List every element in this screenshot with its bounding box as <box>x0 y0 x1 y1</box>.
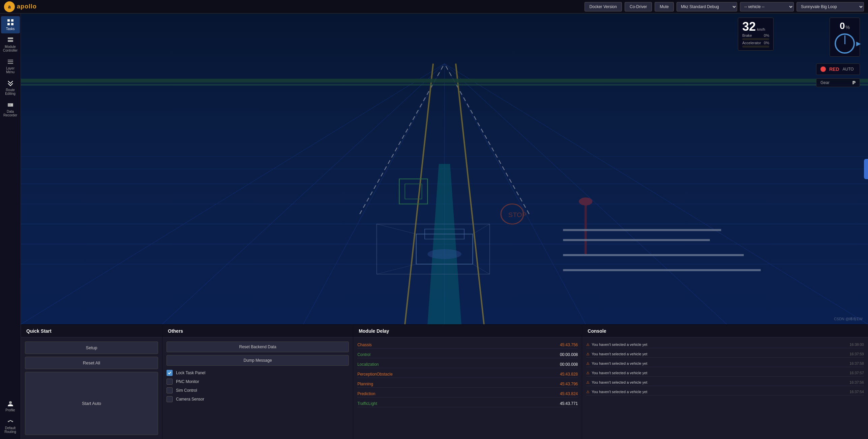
route-editing-icon <box>7 80 14 87</box>
console-warn-icon-0: ⚠ <box>586 342 590 347</box>
module-select[interactable]: Mkz Standard Debug <box>677 2 737 11</box>
toggle-label-lock-task-panel: Lock Task Panel <box>176 371 205 375</box>
svg-point-6 <box>8 38 9 39</box>
module-delay-content: Chassis45:43.756Control00:00.008Localiza… <box>353 337 582 439</box>
docker-version-button[interactable]: Docker Version <box>585 2 622 11</box>
others-header: Others <box>162 325 353 337</box>
console-warn-icon-1: ⚠ <box>586 352 590 356</box>
svg-line-25 <box>21 64 445 324</box>
sidebar-item-tasks[interactable]: Tasks <box>1 16 20 33</box>
delay-row-0: Chassis45:43.756 <box>357 341 578 349</box>
svg-rect-3 <box>11 23 13 25</box>
svg-point-16 <box>8 421 9 422</box>
svg-rect-1 <box>11 19 13 22</box>
svg-rect-37 <box>21 79 868 83</box>
start-auto-label: Start Auto <box>82 401 101 406</box>
svg-line-27 <box>303 64 445 324</box>
console-warn-icon-4: ⚠ <box>586 380 590 384</box>
svg-rect-53 <box>563 229 721 231</box>
sidebar-item-route-editing[interactable]: RouteEditing <box>1 77 20 98</box>
sidebar: Tasks ModuleController LayerMenu RouteEd… <box>0 13 21 439</box>
steering-unit: % <box>846 25 850 30</box>
delay-row-3: PerceptionObstacle45:43.828 <box>357 371 578 378</box>
setup-button[interactable]: Setup <box>25 341 158 354</box>
svg-rect-12 <box>9 104 10 106</box>
delay-value-1: 00:00.008 <box>560 352 578 357</box>
reset-backend-button[interactable]: Reset Backend Data <box>167 341 349 352</box>
delay-value-3: 45:43.828 <box>560 372 578 377</box>
quick-start-panel: Quick Start Setup Reset All Start Auto <box>21 325 162 439</box>
viz-area[interactable]: STOP 32 km/h Brake 0% <box>21 13 868 324</box>
svg-line-30 <box>445 64 727 324</box>
toggle-checkbox-pnc-monitor[interactable] <box>167 379 173 385</box>
status-dot <box>820 66 826 72</box>
toggle-label-sim-control: Sim Control <box>176 388 197 393</box>
steering-play-icon: ▶ <box>856 40 861 47</box>
mute-button[interactable]: Mute <box>655 2 674 11</box>
svg-rect-9 <box>8 61 13 62</box>
accel-value: 0% <box>764 41 769 45</box>
console-row-1: ⚠You haven't selected a vehicle yet16:37… <box>586 351 864 358</box>
header-controls: Docker Version Co-Driver Mute Mkz Standa… <box>585 2 864 11</box>
hud-steering: 0 % ▶ <box>830 18 860 57</box>
bottom-panels: Quick Start Setup Reset All Start Auto O… <box>21 324 868 439</box>
sidebar-item-default-routing[interactable]: DefaultRouting <box>1 415 20 436</box>
delay-name-1: Control <box>357 352 370 357</box>
toggle-checkbox-camera-sensor[interactable] <box>167 396 173 402</box>
delay-name-2: Localization <box>357 362 379 367</box>
vehicle-select[interactable]: -- vehicle -- <box>740 2 794 11</box>
co-driver-button[interactable]: Co-Driver <box>625 2 652 11</box>
data-recorder-icon <box>7 102 14 108</box>
svg-point-15 <box>9 401 12 404</box>
delay-row-6: TrafficLight45:43.771 <box>357 400 578 407</box>
svg-line-32 <box>360 64 444 214</box>
header: a apollo Docker Version Co-Driver Mute M… <box>0 0 868 13</box>
svg-rect-8 <box>8 60 13 60</box>
gear-value: P <box>852 80 856 85</box>
console-content: ⚠You haven't selected a vehicle yet16:38… <box>582 337 868 439</box>
sidebar-item-profile[interactable]: Profile <box>1 397 20 415</box>
reset-all-button[interactable]: Reset All <box>25 357 158 369</box>
svg-rect-38 <box>21 84 868 86</box>
svg-rect-47 <box>399 179 427 204</box>
right-scroll-handle[interactable] <box>864 159 868 179</box>
start-auto-area[interactable]: Start Auto <box>25 372 158 435</box>
default-routing-label: DefaultRouting <box>4 426 16 434</box>
toggle-checkbox-lock-task-panel[interactable] <box>167 370 173 376</box>
logo-text: apollo <box>17 3 37 10</box>
sidebar-item-layer-menu[interactable]: LayerMenu <box>1 56 20 77</box>
steering-wheel <box>835 33 855 54</box>
module-delay-panel: Module Delay Chassis45:43.756Control00:0… <box>353 325 582 439</box>
toggle-row-pnc-monitor: PNC Monitor <box>167 377 349 386</box>
console-text-4: You haven't selected a vehicle yet <box>592 380 647 384</box>
svg-text:STOP: STOP <box>508 212 527 218</box>
toggle-checkbox-sim-control[interactable] <box>167 387 173 393</box>
svg-line-35 <box>456 64 484 324</box>
quick-start-header: Quick Start <box>21 325 162 337</box>
delay-row-2: Localization00:00.008 <box>357 361 578 368</box>
gear-label: Gear <box>820 80 830 85</box>
svg-point-17 <box>12 421 13 422</box>
delay-name-6: TrafficLight <box>357 401 377 406</box>
console-row-5: ⚠You haven't selected a vehicle yet16:37… <box>586 389 864 395</box>
svg-line-34 <box>405 64 433 324</box>
delay-value-6: 45:43.771 <box>560 401 578 406</box>
brake-label: Brake <box>742 33 752 37</box>
delay-name-4: Planning <box>357 382 373 386</box>
svg-rect-2 <box>7 23 10 25</box>
svg-rect-55 <box>563 254 744 256</box>
speed-unit: km/h <box>757 27 765 31</box>
quick-start-content: Setup Reset All Start Auto <box>21 337 162 439</box>
delay-row-5: Prediction45:43.824 <box>357 390 578 397</box>
console-header: Console <box>582 325 868 337</box>
module-controller-label: ModuleController <box>3 45 18 52</box>
svg-rect-54 <box>563 239 710 241</box>
layer-menu-icon <box>7 58 14 65</box>
accel-bar <box>742 46 769 48</box>
sidebar-item-module-controller[interactable]: ModuleController <box>1 34 20 55</box>
route-select[interactable]: Sunnyvale Big Loop <box>797 2 864 11</box>
sidebar-item-data-recorder[interactable]: DataRecorder <box>1 99 20 120</box>
svg-line-31 <box>445 64 868 324</box>
dump-message-button[interactable]: Dump Message <box>167 355 349 366</box>
console-time-4: 16:37:56 <box>849 380 864 385</box>
